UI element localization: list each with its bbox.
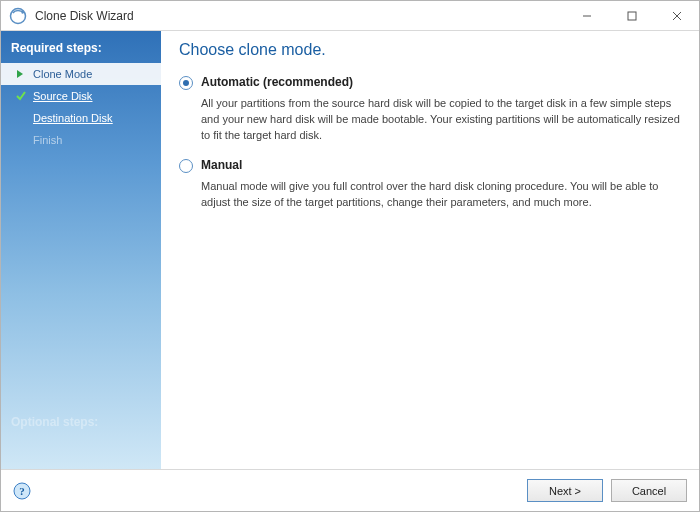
optional-steps-header: Optional steps: bbox=[1, 405, 161, 469]
wizard-window: Clone Disk Wizard Required steps: Clone … bbox=[0, 0, 700, 512]
window-title: Clone Disk Wizard bbox=[35, 9, 134, 23]
option-manual[interactable]: Manual bbox=[179, 158, 681, 173]
cancel-button[interactable]: Cancel bbox=[611, 479, 687, 502]
app-icon bbox=[9, 7, 27, 25]
help-icon[interactable]: ? bbox=[13, 482, 31, 500]
option-automatic-description: All your partitions from the source hard… bbox=[201, 96, 681, 144]
footer: ? Next > Cancel bbox=[1, 469, 699, 511]
main-panel: Choose clone mode. Automatic (recommende… bbox=[161, 31, 699, 469]
step-label: Finish bbox=[33, 134, 62, 146]
step-label: Source Disk bbox=[33, 90, 92, 102]
step-destination-disk[interactable]: Destination Disk bbox=[1, 107, 161, 129]
title-bar: Clone Disk Wizard bbox=[1, 1, 699, 31]
next-button[interactable]: Next > bbox=[527, 479, 603, 502]
steps-sidebar: Required steps: Clone Mode Source Disk D… bbox=[1, 31, 161, 469]
option-automatic-label: Automatic (recommended) bbox=[201, 75, 353, 89]
step-source-disk[interactable]: Source Disk bbox=[1, 85, 161, 107]
step-label: Clone Mode bbox=[33, 68, 92, 80]
cancel-button-label: Cancel bbox=[632, 485, 666, 497]
option-automatic[interactable]: Automatic (recommended) bbox=[179, 75, 681, 90]
svg-text:?: ? bbox=[19, 485, 25, 497]
required-steps-header: Required steps: bbox=[1, 35, 161, 63]
maximize-button[interactable] bbox=[609, 1, 654, 31]
svg-rect-3 bbox=[628, 12, 636, 20]
radio-automatic[interactable] bbox=[179, 76, 193, 90]
page-heading: Choose clone mode. bbox=[179, 41, 681, 59]
option-manual-description: Manual mode will give you full control o… bbox=[201, 179, 681, 211]
minimize-button[interactable] bbox=[564, 1, 609, 31]
step-clone-mode[interactable]: Clone Mode bbox=[1, 63, 161, 85]
radio-manual[interactable] bbox=[179, 159, 193, 173]
step-label: Destination Disk bbox=[33, 112, 112, 124]
arrow-right-icon bbox=[15, 68, 27, 80]
close-button[interactable] bbox=[654, 1, 699, 31]
option-manual-label: Manual bbox=[201, 158, 242, 172]
next-button-label: Next > bbox=[549, 485, 581, 497]
step-finish: Finish bbox=[1, 129, 161, 151]
checkmark-icon bbox=[15, 90, 27, 102]
